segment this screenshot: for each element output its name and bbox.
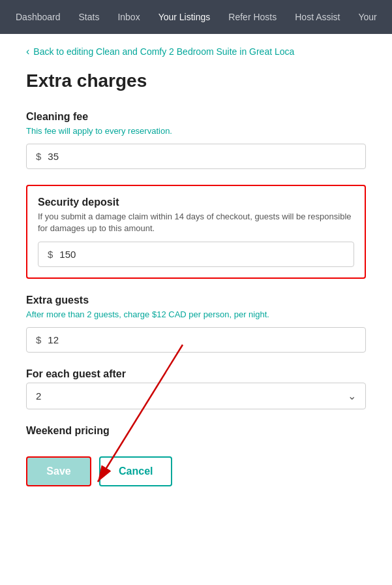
breadcrumb-text: Back to editing Clean and Comfy 2 Bedroo…: [33, 46, 294, 57]
nav-item-host-assist[interactable]: Host Assist: [287, 8, 348, 26]
chevron-down-icon: ⌄: [348, 390, 356, 402]
nav-item-your[interactable]: Your: [350, 8, 384, 26]
nav-item-dashboard[interactable]: Dashboard: [8, 8, 68, 26]
cleaning-fee-label: Cleaning fee: [26, 111, 366, 123]
nav-item-refer-hosts[interactable]: Refer Hosts: [220, 8, 284, 26]
cleaning-fee-input[interactable]: [48, 151, 356, 162]
extra-guests-currency: $: [36, 334, 41, 345]
cleaning-fee-desc: This fee will apply to every reservation…: [26, 125, 366, 137]
breadcrumb-link[interactable]: ‹ Back to editing Clean and Comfy 2 Bedr…: [26, 46, 366, 57]
cleaning-fee-currency: $: [36, 151, 41, 162]
page-content: Extra charges Cleaning fee This fee will…: [0, 64, 392, 513]
save-button[interactable]: Save: [26, 456, 91, 486]
for-each-guest-dropdown[interactable]: 2 ⌄: [26, 383, 366, 409]
weekend-pricing-label: Weekend pricing: [26, 425, 366, 437]
nav-bar: Dashboard Stats Inbox Your Listings Refe…: [0, 0, 392, 34]
chevron-left-icon: ‹: [26, 46, 29, 57]
extra-guests-input[interactable]: [48, 334, 356, 345]
extra-guests-input-group[interactable]: $: [26, 327, 366, 353]
cancel-button[interactable]: Cancel: [99, 456, 172, 486]
security-deposit-input-group[interactable]: $: [38, 242, 354, 267]
extra-guests-section: Extra guests After more than 2 guests, c…: [26, 294, 366, 353]
button-row: Save Cancel: [26, 456, 366, 486]
security-deposit-input[interactable]: [59, 249, 344, 260]
nav-item-stats[interactable]: Stats: [71, 8, 108, 26]
page-title: Extra charges: [26, 71, 366, 91]
cleaning-fee-section: Cleaning fee This fee will apply to ever…: [26, 111, 366, 169]
for-each-guest-section: For each guest after 2 ⌄: [26, 368, 366, 409]
weekend-pricing-section: Weekend pricing: [26, 425, 366, 437]
extra-guests-label: Extra guests: [26, 294, 366, 306]
cleaning-fee-input-group[interactable]: $: [26, 144, 366, 169]
breadcrumb-area: ‹ Back to editing Clean and Comfy 2 Bedr…: [0, 34, 392, 64]
nav-item-inbox[interactable]: Inbox: [110, 8, 147, 26]
nav-item-your-listings[interactable]: Your Listings: [151, 8, 219, 26]
security-deposit-currency: $: [48, 249, 53, 260]
security-deposit-label: Security deposit: [38, 197, 354, 208]
extra-guests-desc: After more than 2 guests, charge $12 CAD…: [26, 309, 366, 321]
for-each-guest-label: For each guest after: [26, 368, 366, 380]
security-deposit-section: Security deposit If you submit a damage …: [26, 185, 366, 278]
for-each-guest-value: 2: [36, 390, 348, 402]
security-deposit-desc: If you submit a damage claim within 14 d…: [38, 211, 354, 234]
